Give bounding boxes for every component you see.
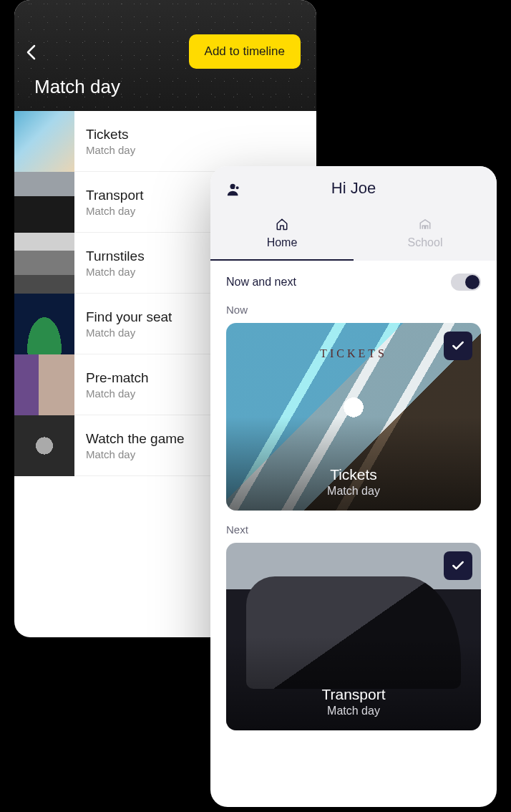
list-item-sub: Match day [86, 266, 145, 278]
list-item-sub: Match day [86, 205, 144, 217]
card-sub: Match day [327, 485, 380, 498]
thumbnail-tickets [14, 111, 74, 172]
card-sub: Match day [327, 705, 380, 717]
list-item-sub: Match day [86, 387, 149, 400]
thumbnail-turnstiles [14, 233, 74, 294]
home-dashboard-screen: Hi Joe Home School Now and next [210, 166, 497, 807]
tab-school[interactable]: School [354, 211, 497, 261]
list-item-tickets[interactable]: Tickets Match day [14, 111, 316, 172]
now-next-label: Now and next [226, 276, 296, 289]
school-icon [419, 218, 432, 233]
list-item-title: Find your seat [86, 309, 172, 325]
toggle-knob [465, 275, 480, 289]
list-item-sub: Match day [86, 448, 185, 460]
add-to-timeline-button[interactable]: Add to timeline [189, 34, 301, 69]
dashboard-body: Now and next Now TICKETS Tickets Match d… [210, 261, 497, 807]
greeting-title: Hi Joe [331, 179, 376, 198]
card-check-button[interactable] [444, 551, 472, 580]
card-title: Transport [321, 686, 385, 703]
list-item-title: Tickets [86, 127, 135, 142]
tab-home[interactable]: Home [210, 211, 354, 261]
home-icon [276, 218, 288, 233]
hero-header: Add to timeline Match day [14, 0, 316, 111]
back-icon[interactable] [26, 43, 36, 65]
next-card-transport[interactable]: Transport Match day [226, 543, 481, 730]
list-item-title: Transport [86, 188, 144, 203]
svg-point-1 [235, 186, 240, 190]
tab-label: School [408, 236, 443, 249]
thumbnail-seat [14, 294, 74, 354]
page-title: Match day [34, 76, 120, 98]
tab-bar: Home School [210, 211, 497, 261]
now-card-tickets[interactable]: TICKETS Tickets Match day [226, 323, 481, 511]
list-item-title: Watch the game [86, 431, 185, 447]
ticket-graphic-text: TICKETS [226, 347, 481, 360]
now-next-toggle[interactable] [451, 274, 481, 291]
list-item-sub: Match day [86, 144, 135, 156]
section-now-label: Now [226, 304, 481, 316]
profile-icon[interactable] [226, 182, 242, 202]
list-item-title: Pre-match [86, 370, 149, 386]
section-next-label: Next [226, 523, 481, 536]
thumbnail-transport [14, 172, 74, 233]
thumbnail-prematch [14, 354, 74, 415]
list-item-sub: Match day [86, 327, 172, 339]
dashboard-header: Hi Joe Home School [210, 166, 497, 261]
tab-label: Home [267, 236, 298, 249]
list-item-title: Turnstiles [86, 248, 145, 264]
thumbnail-watch [14, 415, 74, 476]
card-title: Tickets [330, 466, 377, 483]
now-next-row: Now and next [226, 274, 481, 291]
svg-point-0 [230, 184, 235, 189]
card-check-button[interactable] [444, 332, 472, 360]
